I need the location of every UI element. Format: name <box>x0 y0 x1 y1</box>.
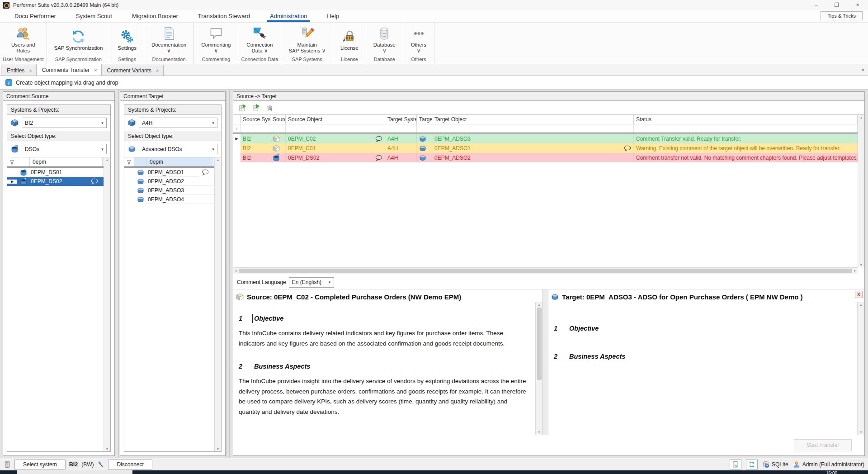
menu-item-translation-steward[interactable]: Translation Steward <box>188 10 260 22</box>
ribbon-button-connection[interactable]: Connection Data ∨ <box>242 24 277 55</box>
target-system-select[interactable]: A4H ▾ <box>139 118 217 128</box>
source-object-type-value: DSOs <box>25 146 39 152</box>
ribbon-button-license[interactable]: License <box>336 27 363 52</box>
source-document-content[interactable]: 1ObjectiveThis InfoCube contains deliver… <box>233 302 542 426</box>
comment-icon <box>375 136 382 142</box>
maximize-button[interactable]: ❐ <box>826 0 847 10</box>
filter-icon[interactable] <box>124 157 134 166</box>
system-cube-icon <box>128 119 136 127</box>
column-header-source-object[interactable]: Source Object <box>286 115 385 124</box>
ribbon-button-sap-synchronization[interactable]: SAP Synchronization <box>50 27 108 52</box>
close-tab-icon[interactable]: × <box>156 68 159 73</box>
document-log-button[interactable] <box>730 460 741 469</box>
mapping-row-0epm-c01[interactable]: BI20EPM_C01A4H0EPM_ADSO1Warning. Existin… <box>233 143 858 153</box>
close-button[interactable]: × <box>847 0 868 10</box>
source-system-select[interactable]: BI2 ▾ <box>22 118 107 128</box>
list-item-0epm-adso2[interactable]: 0EPM_ADSO2 <box>124 177 214 186</box>
source-object-type-select[interactable]: DSOs ▾ <box>22 144 107 154</box>
close-tab-icon[interactable]: × <box>94 67 97 73</box>
tips-and-tricks-button[interactable]: Tips & Tricks <box>821 11 863 20</box>
close-tab-icon[interactable]: × <box>29 68 32 73</box>
refresh-button[interactable] <box>746 460 758 469</box>
source-object-list: 0epm 0EPM_DS01▶0EPM_DS02 ▲▼ <box>7 157 110 451</box>
list-item-0epm-adso3[interactable]: 0EPM_ADSO3 <box>124 186 214 195</box>
ribbon-group-user-management: Users and RolesUser Management <box>0 23 47 64</box>
splitter[interactable] <box>226 90 230 458</box>
tab-comments-transfer[interactable]: Comments Transfer× <box>36 64 102 76</box>
tab-entities[interactable]: Entities× <box>1 65 37 76</box>
ribbon-button-users-and[interactable]: Users and Roles <box>7 24 39 55</box>
adso-icon <box>134 169 147 176</box>
delete-mapping-button[interactable] <box>264 103 275 113</box>
splitter[interactable] <box>116 90 119 458</box>
target-filter-input[interactable]: 0epm <box>147 157 213 166</box>
source-document-scrollbar[interactable]: ▲▼ <box>535 302 542 435</box>
column-header-source[interactable]: Source... <box>270 115 286 124</box>
users-roles-icon <box>16 26 30 41</box>
mapping-table-hscrollbar[interactable]: ◄► <box>233 267 858 274</box>
tab-comment-variants[interactable]: Comment Variants× <box>101 65 164 76</box>
ribbon-button-maintain[interactable]: Maintain SAP Systems ∨ <box>284 24 330 55</box>
column-header-target[interactable]: Target... <box>417 115 432 124</box>
mapping-filter-row[interactable] <box>233 124 858 134</box>
column-header-target-object[interactable]: Target Object <box>432 115 634 124</box>
ribbon-button-commenting[interactable]: Commenting ∨ <box>197 24 235 55</box>
mapping-table-vscrollbar[interactable]: ▲▼ <box>858 115 864 267</box>
target-document-scrollbar[interactable]: ▲▼ <box>857 302 864 435</box>
menu-item-system-scout[interactable]: System Scout <box>66 10 122 22</box>
target-type-cell <box>417 153 432 162</box>
expand-icon[interactable]: ▶ <box>233 134 241 143</box>
menu-item-docu-performer[interactable]: Docu Performer <box>5 10 66 22</box>
ribbon-group-connection-data: Connection Data ∨Connection Data <box>238 23 281 64</box>
excel-export-icon <box>239 104 246 112</box>
taskbar-app-segment[interactable] <box>17 470 132 474</box>
target-document-content[interactable]: 1Objective2Business Aspects <box>548 302 864 360</box>
expand-icon[interactable]: ▶ <box>7 180 17 184</box>
document-splitter[interactable] <box>542 289 548 435</box>
object-name: 0EPM_ADSO3 <box>147 186 214 195</box>
list-item-0epm-ds02[interactable]: ▶0EPM_DS02 <box>7 177 104 186</box>
filter-icon[interactable] <box>233 124 241 133</box>
close-preview-icon[interactable]: X <box>855 291 863 298</box>
add-mapping-button[interactable] <box>237 103 248 113</box>
taskbar[interactable]: 16:00 <box>0 470 868 474</box>
column-header-status[interactable]: Status <box>634 115 858 124</box>
comment-language-select[interactable]: En (English) ▾ <box>289 277 334 288</box>
disconnect-button[interactable]: Disconnect <box>108 460 152 469</box>
ribbon-group-commenting: Commenting ∨Commenting <box>194 23 238 64</box>
column-header-target-system[interactable]: Target System <box>385 115 417 124</box>
list-item-0epm-ds01[interactable]: 0EPM_DS01 <box>7 168 104 177</box>
object-name: 0EPM_C01 <box>288 145 316 152</box>
ribbon-button-others[interactable]: Others ∨ <box>406 24 431 55</box>
menu-item-help[interactable]: Help <box>317 10 349 22</box>
source-system-value: BI2 <box>25 120 33 126</box>
auto-mapping-button[interactable] <box>250 103 261 113</box>
mapping-toolbar <box>233 101 864 114</box>
scroll-thumb[interactable] <box>239 269 852 273</box>
ribbon-button-settings[interactable]: Settings <box>113 27 141 52</box>
mapping-row-0epm-ds02[interactable]: BI20EPM_DS02A4H0EPM_ADSO2Comment transfe… <box>233 153 858 162</box>
doc-paragraph: This InfoCube contains delivery related … <box>239 328 529 349</box>
doc-heading-number: 2 <box>239 363 254 370</box>
source-filter-input[interactable]: 0epm <box>30 157 103 166</box>
app-logo-icon <box>3 2 9 9</box>
list-item-0epm-adso1[interactable]: 0EPM_ADSO1 <box>124 168 214 177</box>
target-object-type-select[interactable]: Advanced DSOs ▾ <box>139 144 217 154</box>
target-list-scrollbar[interactable]: ▲▼ <box>214 157 221 451</box>
mapping-row-0epm-c02[interactable]: ▶BI20EPM_C02A4H0EPM_ADSO3Comment Transfe… <box>233 134 858 143</box>
scroll-thumb[interactable] <box>537 308 542 380</box>
close-document-icon[interactable]: × <box>861 67 864 73</box>
select-system-button[interactable]: Select system <box>14 460 66 469</box>
menu-item-migration-booster[interactable]: Migration Booster <box>122 10 188 22</box>
minimize-button[interactable]: – <box>806 0 826 10</box>
ribbon-group-label: SAP Synchronization <box>50 56 108 64</box>
list-item-0epm-adso4[interactable]: 0EPM_ADSO4 <box>124 195 214 204</box>
start-transfer-button[interactable]: Start Transfer <box>794 439 852 451</box>
comment-icon <box>88 178 101 185</box>
ribbon-button-database[interactable]: Database ∨ <box>369 24 400 55</box>
ribbon-button-documentation[interactable]: Documentation ∨ <box>147 24 191 55</box>
source-list-scrollbar[interactable]: ▲▼ <box>104 157 110 451</box>
column-header-source-system[interactable]: Source System <box>241 115 270 124</box>
filter-icon[interactable] <box>7 157 17 166</box>
menu-item-administration[interactable]: Administration <box>260 10 317 22</box>
